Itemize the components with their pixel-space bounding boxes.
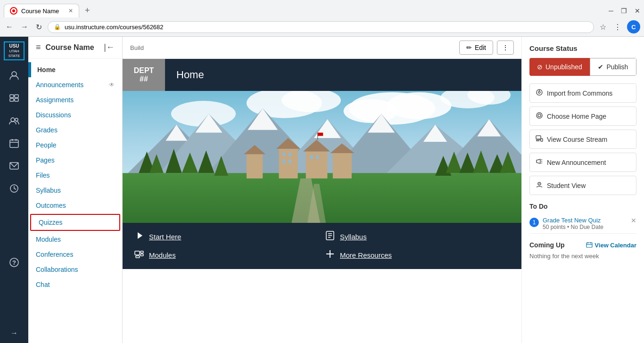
nav-courses-button[interactable] bbox=[4, 88, 25, 108]
edit-button[interactable]: ✏ Edit bbox=[459, 41, 493, 55]
sidebar-item-chat[interactable]: Chat bbox=[28, 277, 122, 292]
window-controls: ─ ❐ ✕ bbox=[609, 7, 640, 15]
todo-item-meta: 50 points • No Due Date bbox=[543, 224, 603, 230]
refresh-button[interactable]: ↻ bbox=[34, 21, 44, 33]
browser-tab[interactable]: Course Name ✕ bbox=[4, 4, 79, 17]
sidebar-navigation: Home Announcements 👁 Assignments Discuss… bbox=[28, 58, 122, 296]
sidebar-item-outcomes[interactable]: Outcomes bbox=[28, 198, 122, 213]
more-options-button[interactable]: ⋮ bbox=[497, 41, 514, 55]
todo-badge: 1 bbox=[529, 218, 539, 227]
sidebar-item-quizzes[interactable]: Quizzes bbox=[30, 214, 120, 231]
home-content: DEPT ## Home bbox=[123, 59, 521, 269]
minimize-button[interactable]: ─ bbox=[609, 7, 613, 15]
back-button[interactable]: ← bbox=[4, 21, 15, 33]
svg-rect-62 bbox=[283, 153, 286, 156]
svg-rect-3 bbox=[10, 95, 14, 98]
home-title-bar: Home bbox=[165, 59, 521, 91]
tab-close-button[interactable]: ✕ bbox=[68, 8, 73, 14]
sidebar-item-assignments[interactable]: Assignments bbox=[28, 92, 122, 107]
todo-item: 1 Grade Test New Quiz 50 points • No Due… bbox=[529, 214, 636, 234]
right-panel: Course Status ⊘ Unpublished ✔ Publish Im… bbox=[521, 37, 644, 343]
sidebar-course-title: Course Name bbox=[46, 43, 94, 52]
import-from-commons-button[interactable]: Import from Commons bbox=[529, 83, 636, 103]
nav-help-button[interactable]: ? bbox=[4, 252, 25, 273]
view-calendar-link[interactable]: View Calendar bbox=[586, 242, 636, 249]
sidebar-item-files[interactable]: Files bbox=[28, 168, 122, 183]
new-tab-button[interactable]: + bbox=[81, 4, 94, 17]
nav-calendar-button[interactable] bbox=[4, 133, 25, 154]
nav-groups-button[interactable] bbox=[4, 110, 25, 131]
home-link-start-here[interactable]: Start Here bbox=[134, 230, 319, 243]
svg-rect-69 bbox=[318, 133, 323, 136]
course-status-title: Course Status bbox=[529, 44, 636, 52]
svg-rect-54 bbox=[279, 149, 298, 179]
sidebar-item-modules[interactable]: Modules bbox=[28, 232, 122, 247]
main-header: Build ✏ Edit ⋮ bbox=[123, 37, 521, 59]
nav-account-button[interactable] bbox=[4, 65, 25, 86]
sidebar-item-discussions[interactable]: Discussions bbox=[28, 107, 122, 122]
announcements-visibility-icon: 👁 bbox=[109, 82, 115, 88]
nothing-text: Nothing for the next week bbox=[529, 253, 636, 260]
sidebar-item-quizzes-wrapper: Quizzes → bbox=[28, 213, 122, 232]
import-commons-icon bbox=[536, 89, 543, 98]
user-avatar[interactable]: C bbox=[627, 20, 640, 33]
publish-check-icon: ✔ bbox=[598, 63, 603, 71]
nav-inbox-button[interactable] bbox=[4, 155, 25, 176]
coming-up-title: Coming Up bbox=[529, 241, 565, 249]
app-container: USU UTAH STATE ? → ≡ Course Nam bbox=[0, 37, 644, 343]
todo-item-link[interactable]: Grade Test New Quiz bbox=[543, 217, 603, 224]
main-content: Build ✏ Edit ⋮ DEPT ## Home bbox=[123, 37, 521, 343]
bookmark-button[interactable]: ☆ bbox=[598, 21, 608, 33]
svg-point-7 bbox=[11, 118, 15, 122]
tab-favicon bbox=[10, 7, 17, 15]
close-window-button[interactable]: ✕ bbox=[635, 7, 640, 15]
sidebar-item-home[interactable]: Home bbox=[28, 62, 122, 77]
choose-home-page-button[interactable]: Choose Home Page bbox=[529, 106, 636, 126]
restore-button[interactable]: ❐ bbox=[621, 7, 627, 15]
forward-button[interactable]: → bbox=[19, 21, 30, 33]
todo-item-close-button[interactable]: ✕ bbox=[631, 217, 636, 224]
sidebar-item-announcements[interactable]: Announcements 👁 bbox=[28, 77, 122, 92]
sidebar-item-conferences[interactable]: Conferences bbox=[28, 247, 122, 262]
svg-rect-5 bbox=[10, 98, 14, 101]
new-announcement-button[interactable]: New Announcement bbox=[529, 153, 636, 172]
nav-history-button[interactable] bbox=[4, 178, 25, 199]
sidebar-item-people[interactable]: People bbox=[28, 138, 122, 153]
view-course-stream-button[interactable]: View Course Stream bbox=[529, 130, 636, 149]
nav-expand-button[interactable]: → bbox=[4, 326, 25, 340]
svg-rect-58 bbox=[247, 154, 263, 178]
sidebar-item-collaborations[interactable]: Collaborations bbox=[28, 262, 122, 277]
address-bar[interactable]: 🔒 usu.instructure.com/courses/562682 bbox=[48, 21, 594, 33]
sidebar-item-syllabus[interactable]: Syllabus bbox=[28, 183, 122, 198]
svg-point-8 bbox=[15, 118, 18, 121]
home-link-syllabus[interactable]: Syllabus bbox=[325, 230, 510, 243]
more-resources-icon bbox=[325, 249, 335, 261]
browser-titlebar: Course Name ✕ + ─ ❐ ✕ bbox=[0, 0, 644, 17]
lock-icon: 🔒 bbox=[54, 24, 61, 30]
modules-icon bbox=[134, 249, 144, 261]
syllabus-icon bbox=[325, 230, 335, 243]
tab-title: Course Name bbox=[21, 8, 59, 15]
svg-rect-77 bbox=[140, 251, 143, 253]
student-view-button[interactable]: Student View bbox=[529, 176, 636, 195]
main-actions: ✏ Edit ⋮ bbox=[459, 41, 514, 55]
usu-logo-text: USU UTAH STATE bbox=[4, 41, 25, 60]
unpublished-button[interactable]: ⊘ Unpublished bbox=[529, 58, 590, 76]
menu-button[interactable]: ⋮ bbox=[612, 21, 623, 33]
svg-point-83 bbox=[538, 91, 540, 93]
home-link-more-resources[interactable]: More Resources bbox=[325, 249, 510, 261]
svg-rect-66 bbox=[310, 155, 313, 159]
app-logo[interactable]: USU UTAH STATE bbox=[4, 41, 25, 61]
svg-point-21 bbox=[344, 99, 397, 123]
home-link-modules[interactable]: Modules bbox=[134, 249, 319, 261]
stream-icon bbox=[536, 135, 543, 144]
browser-toolbar: ← → ↻ 🔒 usu.instructure.com/courses/5626… bbox=[0, 17, 644, 36]
sidebar-back-button[interactable]: |← bbox=[104, 42, 115, 52]
todo-section-title: To Do bbox=[529, 203, 636, 210]
sidebar-item-grades[interactable]: Grades bbox=[28, 122, 122, 138]
url-text: usu.instructure.com/courses/562682 bbox=[65, 24, 164, 31]
publish-button[interactable]: ✔ Publish bbox=[590, 58, 636, 76]
hamburger-menu-icon[interactable]: ≡ bbox=[36, 42, 41, 52]
svg-rect-6 bbox=[15, 98, 18, 101]
sidebar-item-pages[interactable]: Pages bbox=[28, 153, 122, 168]
